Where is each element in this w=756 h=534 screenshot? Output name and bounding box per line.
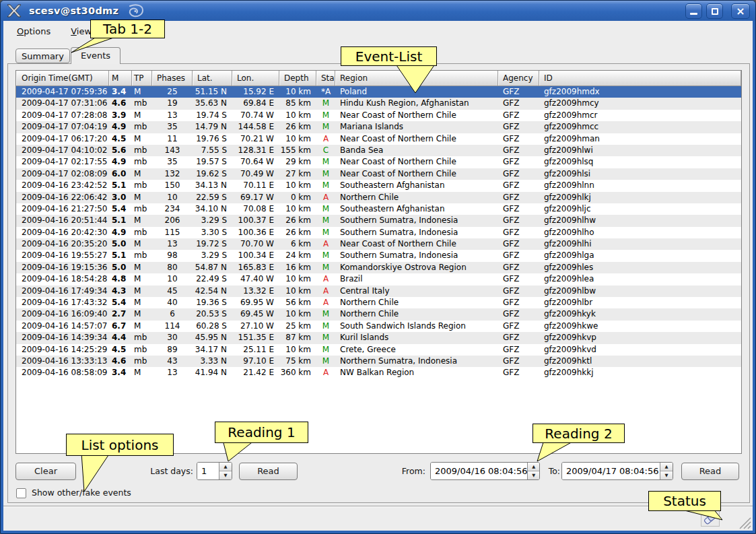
- cell-agency: GFZ: [498, 86, 539, 98]
- column-header-m[interactable]: M: [109, 71, 132, 86]
- cell-id: gfz2009hkwe: [539, 321, 741, 332]
- cell-stat: A: [316, 286, 335, 297]
- table-row[interactable]: 2009-04-17 02:08:096.0M13219.62 S70.49 W…: [16, 168, 741, 180]
- menu-options[interactable]: Options: [10, 24, 57, 38]
- table-row[interactable]: 2009-04-16 14:39:344.4mb3045.95 N151.35 …: [16, 332, 741, 343]
- cell-lon: 69.84 E: [232, 98, 279, 109]
- column-header-phases[interactable]: Phases: [152, 71, 193, 86]
- cell-id: gfz2009hlbw: [539, 286, 741, 297]
- cell-lat: 45.95 N: [193, 332, 232, 343]
- column-header-region[interactable]: Region: [335, 71, 498, 86]
- cell-phases: 206: [152, 215, 193, 226]
- cell-tp: mb: [132, 227, 152, 238]
- minimize-button[interactable]: [685, 3, 702, 19]
- from-datetime-spinbox[interactable]: 2009/04/16 08:04:56 ▲ ▼: [430, 462, 540, 480]
- last-days-spinbox[interactable]: 1 ▲ ▼: [197, 462, 232, 480]
- table-row[interactable]: 2009-04-16 14:25:294.5mb8934.17 N25.11 E…: [16, 344, 741, 356]
- event-table-header: Origin Time(GMT)MTPPhasesLat.Lon.DepthSt…: [16, 71, 741, 86]
- table-row[interactable]: 2009-04-17 07:28:083.9M1319.74 S70.74 W1…: [16, 110, 741, 121]
- resize-grip[interactable]: [736, 514, 751, 529]
- cell-mag: 4.6: [109, 98, 132, 109]
- table-row[interactable]: 2009-04-16 14:57:076.7M11460.28 S27.10 W…: [16, 321, 741, 332]
- table-row[interactable]: 2009-04-16 20:35:205.0M1319.72 S70.70 W6…: [16, 238, 741, 250]
- cell-phases: 13: [152, 238, 193, 250]
- cell-phases: 25: [152, 86, 193, 98]
- table-row[interactable]: 2009-04-16 23:42:525.1mb15034.13 N70.11 …: [16, 180, 741, 191]
- cell-agency: GFZ: [498, 227, 539, 238]
- close-button[interactable]: ×: [731, 3, 750, 19]
- read-last-days-button[interactable]: Read: [239, 463, 298, 480]
- last-days-value[interactable]: 1: [197, 463, 219, 479]
- from-datetime-value[interactable]: 2009/04/16 08:04:56: [431, 463, 527, 479]
- maximize-button[interactable]: [706, 3, 723, 19]
- cell-tp: M: [132, 367, 152, 378]
- table-row[interactable]: 2009-04-17 07:31:064.6mb1935.63 N69.84 E…: [16, 98, 741, 109]
- column-header-depth[interactable]: Depth: [279, 71, 316, 86]
- table-row[interactable]: 2009-04-17 04:10:025.6mb1437.55 S128.31 …: [16, 145, 741, 156]
- table-row[interactable]: 2009-04-16 22:06:423.0M1022.59 S69.17 W0…: [16, 192, 741, 203]
- table-row[interactable]: 2009-04-16 19:15:365.0M8054.87 N165.83 E…: [16, 262, 741, 273]
- cell-region: Southern Sumatra, Indonesia: [335, 250, 498, 261]
- from-up-arrow[interactable]: ▲: [528, 463, 539, 471]
- to-datetime-spinbox[interactable]: 2009/04/17 08:04:56 ▲ ▼: [561, 462, 673, 480]
- table-row[interactable]: 2009-04-16 17:49:344.3M4542.54 N13.32 E1…: [16, 286, 741, 297]
- cell-time: 2009-04-17 02:17:55: [16, 156, 109, 168]
- table-row[interactable]: 2009-04-16 21:27:505.4mb23434.10 N70.08 …: [16, 203, 741, 215]
- cell-agency: GFZ: [498, 262, 539, 273]
- cell-phases: 132: [152, 168, 193, 180]
- cell-lat: 3.33 N: [193, 356, 232, 367]
- column-header-id[interactable]: ID: [539, 71, 741, 86]
- cell-stat: C: [316, 145, 335, 156]
- cell-time: 2009-04-16 21:27:50: [16, 203, 109, 215]
- table-row[interactable]: 2009-04-16 13:33:134.6mb433.33 N97.10 E7…: [16, 356, 741, 367]
- cell-stat: M: [316, 215, 335, 226]
- table-row[interactable]: 2009-04-16 20:51:445.1M2063.29 S100.37 E…: [16, 215, 741, 226]
- from-down-arrow[interactable]: ▼: [528, 471, 539, 479]
- table-row[interactable]: 2009-04-16 18:54:284.8M1022.49 S47.40 W1…: [16, 273, 741, 285]
- cell-phases: 89: [152, 344, 193, 356]
- column-header-stat[interactable]: Stat: [316, 71, 335, 86]
- column-header-lon[interactable]: Lon.: [232, 71, 279, 86]
- x-app-icon: [6, 3, 22, 18]
- cell-time: 2009-04-16 08:58:09: [16, 367, 109, 378]
- table-row[interactable]: 2009-04-16 17:43:325.4M4019.36 S69.95 W5…: [16, 297, 741, 308]
- table-row[interactable]: 2009-04-17 06:17:204.5M1119.76 S70.21 W1…: [16, 133, 741, 145]
- cell-stat: M: [316, 227, 335, 238]
- last-days-up-arrow[interactable]: ▲: [219, 463, 232, 471]
- table-row[interactable]: 2009-04-17 07:04:194.9mb3514.79 N144.58 …: [16, 121, 741, 133]
- event-table-body: 2009-04-17 07:59:363.4M2551.15 N15.92 E1…: [16, 86, 741, 379]
- column-header-lat[interactable]: Lat.: [193, 71, 232, 86]
- last-days-down-arrow[interactable]: ▼: [219, 471, 232, 479]
- table-row[interactable]: 2009-04-17 02:17:554.9mb3519.57 S70.64 W…: [16, 156, 741, 168]
- column-header-tp[interactable]: TP: [132, 71, 152, 86]
- to-down-arrow[interactable]: ▼: [660, 471, 673, 479]
- cell-mag: 4.5: [109, 344, 132, 356]
- table-row[interactable]: 2009-04-16 08:58:093.4M1341.94 N21.42 E3…: [16, 367, 741, 378]
- to-up-arrow[interactable]: ▲: [660, 463, 673, 471]
- cell-stat: M: [316, 250, 335, 261]
- clear-button[interactable]: Clear: [15, 463, 76, 480]
- table-row[interactable]: 2009-04-16 20:42:304.9mb1153.30 S100.36 …: [16, 227, 741, 238]
- cell-lat: 19.62 S: [193, 168, 232, 180]
- cell-phases: 10: [152, 192, 193, 203]
- cell-time: 2009-04-16 19:55:27: [16, 250, 109, 261]
- cell-phases: 115: [152, 227, 193, 238]
- cell-lat: 3.30 S: [193, 227, 232, 238]
- event-table[interactable]: Origin Time(GMT)MTPPhasesLat.Lon.DepthSt…: [15, 70, 742, 454]
- cell-lat: 34.13 N: [193, 180, 232, 191]
- table-row[interactable]: 2009-04-16 19:55:275.1mb983.29 S100.34 E…: [16, 250, 741, 261]
- cell-depth: 75 km: [279, 356, 316, 367]
- tab-events[interactable]: Events: [71, 47, 121, 64]
- cell-mag: 3.4: [109, 367, 132, 378]
- show-fake-events-checkbox[interactable]: [16, 488, 26, 498]
- column-header-agency[interactable]: Agency: [498, 71, 539, 86]
- table-row[interactable]: 2009-04-16 16:09:402.7M620.53 S69.45 W10…: [16, 308, 741, 320]
- cell-agency: GFZ: [498, 286, 539, 297]
- to-datetime-value[interactable]: 2009/04/17 08:04:56: [562, 463, 660, 479]
- table-row[interactable]: 2009-04-17 07:59:363.4M2551.15 N15.92 E1…: [16, 86, 741, 98]
- read-range-button[interactable]: Read: [681, 463, 739, 480]
- connection-status-icon[interactable]: [701, 510, 720, 527]
- column-header-origin-time-gmt[interactable]: Origin Time(GMT): [16, 71, 109, 86]
- titlebar[interactable]: scesv@st30dmz ×: [1, 1, 755, 21]
- tab-summary[interactable]: Summary: [15, 48, 70, 63]
